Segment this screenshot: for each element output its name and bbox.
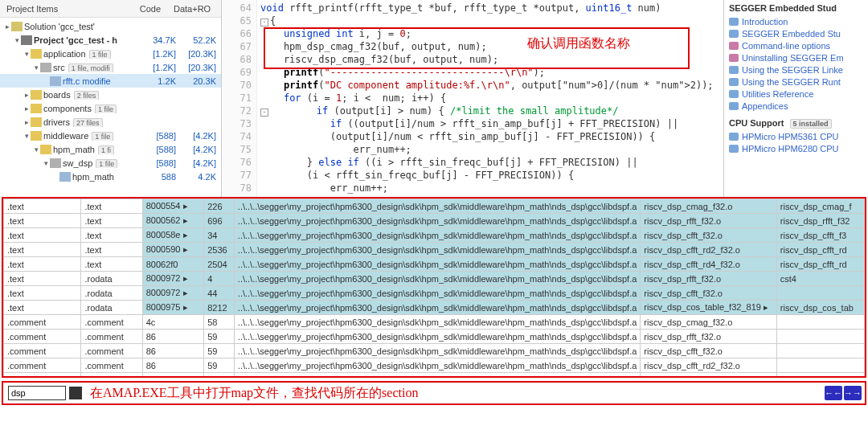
help-group1-title: SEGGER Embedded Stud [729,3,863,13]
search-go-button[interactable] [69,387,82,399]
map-table[interactable]: .text.text8000554 ▸226..\..\..\segger\my… [3,199,865,378]
tree-row[interactable]: ▾application1 file[1.2K][20.3K] [0,47,221,60]
table-row[interactable]: .comment.comment8659..\..\..\segger\my_p… [4,358,865,373]
code-editor[interactable]: 646566676869707172737475767778 确认调用函数名称 … [222,0,723,197]
table-row[interactable]: .comment.comment8659..\..\..\segger\my_p… [4,373,865,379]
table-row[interactable]: .text.rodata8000972 ▸4..\..\..\segger\my… [4,272,865,286]
help-group2-title: CPU Support 5 installed [729,118,863,128]
editor-code[interactable]: 确认调用函数名称 void rfft_printf(rfft_type_t *b… [257,0,723,197]
help-item[interactable]: SEGGER Embedded Stu [729,27,863,39]
help-item[interactable]: Command-line options [729,39,863,51]
nav-next-button[interactable]: →→ [844,386,862,400]
table-row[interactable]: .text.text8000562 ▸696..\..\..\segger\my… [4,214,865,228]
table-row[interactable]: .text.rodata8000972 ▸44..\..\..\segger\m… [4,286,865,301]
table-row[interactable]: .text.text800058e ▸34..\..\..\segger\my_… [4,228,865,243]
project-tree[interactable]: ▸Solution 'gcc_test'▾Project 'gcc_test -… [0,18,221,185]
help-item[interactable]: Using the SEGGER Runt [729,76,863,88]
search-input[interactable] [8,386,66,400]
tree-row[interactable]: ▾src1 file, modifi[1.2K][20.3K] [0,60,221,74]
tree-row[interactable]: ▸boards2 files [0,88,221,101]
search-strip: 在AMAP.EXE工具中打开map文件，查找代码所在的section ←← →→ [2,381,866,405]
help-item[interactable]: HPMicro HPM5361 CPU [729,130,863,142]
project-panel: Project Items Code Data+RO ▸Solution 'gc… [0,0,222,197]
tree-row[interactable]: ▾sw_dsp1 file[588][4.2K] [0,156,221,170]
tree-row[interactable]: ▸drivers27 files [0,115,221,129]
tree-row[interactable]: ▾Project 'gcc_test - h34.7K52.2K [0,33,221,47]
map-table-panel: .text.text8000554 ▸226..\..\..\segger\my… [2,197,866,378]
help-item[interactable]: Uninstalling SEGGER Em [729,51,863,63]
help-panel: SEGGER Embedded Stud IntroductionSEGGER … [723,0,868,197]
col-items[interactable]: Project Items [0,2,122,16]
editor-gutter: 646566676869707172737475767778 [222,0,257,197]
help-item[interactable]: Using the SEGGER Linke [729,63,863,76]
table-row[interactable]: .text.rodata8000975 ▸8212..\..\..\segger… [4,301,865,315]
table-row[interactable]: .text.text8000554 ▸226..\..\..\segger\my… [4,199,865,214]
tree-row[interactable]: ▾hpm_math1 fi[588][4.2K] [0,142,221,156]
help-item[interactable]: Introduction [729,15,863,27]
search-annotation: 在AMAP.EXE工具中打开map文件，查找代码所在的section [90,385,418,402]
nav-prev-button[interactable]: ←← [825,386,842,400]
tree-row[interactable]: rfft.c modifie1.2K20.3K [0,74,221,88]
tree-row[interactable]: ▸components1 file [0,101,221,115]
help-item[interactable]: Appendices [729,100,863,112]
help-item[interactable]: Utilities Reference [729,88,863,100]
col-code[interactable]: Code [122,2,167,16]
table-row[interactable]: .comment.comment8659..\..\..\segger\my_p… [4,330,865,344]
tree-row[interactable]: ▾middleware1 file[588][4.2K] [0,129,221,142]
table-row[interactable]: .comment.comment8659..\..\..\segger\my_p… [4,344,865,358]
tree-row[interactable]: ▸Solution 'gcc_test' [0,19,221,33]
col-dataro[interactable]: Data+RO [167,2,214,16]
table-row[interactable]: .comment.comment4c58..\..\..\segger\my_p… [4,315,865,330]
annotation-text-1: 确认调用函数名称 [527,37,630,50]
tree-row[interactable]: hpm_math5884.2K [0,170,221,183]
project-header: Project Items Code Data+RO [0,0,221,18]
help-item[interactable]: HPMicro HPM6280 CPU [729,142,863,154]
table-row[interactable]: .text.text80062f02504..\..\..\segger\my_… [4,257,865,272]
table-row[interactable]: .text.text8000590 ▸2536..\..\..\segger\m… [4,243,865,257]
